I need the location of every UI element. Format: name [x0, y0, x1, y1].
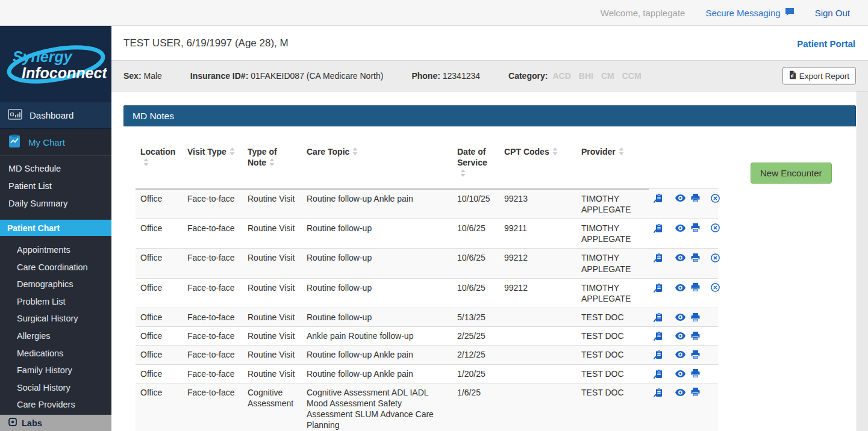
- cell-location: Office: [136, 327, 183, 346]
- cell-visit-type: Face-to-face: [183, 308, 243, 327]
- column-header-care-topic[interactable]: Care Topic: [302, 126, 452, 189]
- print-note-icon[interactable]: [691, 223, 700, 232]
- column-header-visit-type[interactable]: Visit Type: [183, 126, 243, 189]
- svg-text:Synergy: Synergy: [13, 48, 73, 65]
- sidebar-item-my-chart[interactable]: My Chart: [0, 129, 111, 156]
- export-report-button[interactable]: Export Report: [782, 67, 856, 85]
- sidebar-item-md-schedule[interactable]: MD Schedule: [0, 160, 111, 178]
- right-scroll-gutter[interactable]: [857, 91, 868, 431]
- dashboard-icon: [8, 109, 22, 122]
- cell-location: Office: [136, 249, 183, 278]
- sidebar-item-labs[interactable]: Labs: [0, 415, 111, 431]
- cell-date-of-service: 1/6/25: [452, 383, 499, 431]
- view-note-icon[interactable]: [675, 351, 685, 358]
- sign-out-link[interactable]: Sign Out: [815, 8, 850, 18]
- table-row: Office Face-to-face Routine Visit Routin…: [136, 189, 718, 219]
- print-note-icon[interactable]: [691, 253, 700, 262]
- cell-care-topic: Routine follow-up Ankle pain: [302, 189, 452, 219]
- void-note-icon[interactable]: [711, 223, 720, 232]
- table-row: Office Face-to-face Routine Visit Routin…: [136, 219, 718, 248]
- sidebar-subitem-demographics[interactable]: Demographics: [0, 276, 111, 293]
- print-note-icon[interactable]: [691, 369, 700, 378]
- new-encounter-button[interactable]: New Encounter: [751, 163, 832, 184]
- cell-type-of-note: Cognitive Assessment: [243, 383, 302, 431]
- view-note-icon[interactable]: [675, 389, 685, 396]
- sidebar-item-patient-chart[interactable]: Patient Chart: [0, 220, 111, 236]
- sidebar-subitem-social-history[interactable]: Social History: [0, 379, 111, 397]
- sort-icon[interactable]: [269, 158, 275, 169]
- sort-icon[interactable]: [143, 158, 149, 169]
- column-header-location[interactable]: Location: [136, 126, 183, 189]
- cell-date-of-service: 10/6/25: [452, 278, 499, 308]
- void-note-icon[interactable]: [711, 283, 720, 292]
- print-note-icon[interactable]: [691, 388, 700, 397]
- md-notes-table-head: LocationVisit TypeType of NoteCare Topic…: [136, 126, 718, 189]
- sidebar-subitem-surgical-history[interactable]: Surgical History: [0, 310, 111, 327]
- sign-note-icon[interactable]: [654, 388, 663, 397]
- sign-note-icon[interactable]: [654, 350, 663, 359]
- sort-icon[interactable]: [229, 147, 235, 158]
- view-note-icon[interactable]: [675, 225, 685, 232]
- print-note-icon[interactable]: [691, 283, 700, 292]
- sidebar-subitem-care-providers[interactable]: Care Providers: [0, 396, 111, 414]
- category-badge-acd: ACD: [552, 71, 570, 81]
- sign-note-icon[interactable]: [654, 283, 663, 293]
- sidebar-item-daily-summary[interactable]: Daily Summary: [0, 195, 111, 212]
- sidebar-nav-list: MD SchedulePatient ListDaily Summary: [0, 156, 111, 216]
- insurance-value: 01FAKEID087 (CA Medicare North): [251, 71, 383, 81]
- sidebar-subitem-medications[interactable]: Medications: [0, 345, 111, 362]
- sort-icon[interactable]: [619, 147, 624, 158]
- cell-care-topic: Routine follow-up: [302, 278, 452, 308]
- cell-cpt-codes: [499, 308, 576, 327]
- sign-note-icon[interactable]: [654, 193, 663, 203]
- secure-messaging-link[interactable]: Secure Messaging: [705, 7, 794, 18]
- sidebar-subitem-appointments[interactable]: Appointments: [0, 241, 111, 259]
- view-note-icon[interactable]: [675, 254, 685, 261]
- sidebar-subitem-family-history[interactable]: Family History: [0, 362, 111, 379]
- print-note-icon[interactable]: [691, 332, 700, 341]
- patient-portal-link[interactable]: Patient Portal: [797, 38, 855, 48]
- cell-cpt-codes: 99213: [499, 189, 576, 219]
- cell-cpt-codes: 99212: [499, 278, 576, 308]
- cell-date-of-service: 10/6/25: [452, 219, 499, 248]
- sidebar-item-dashboard[interactable]: Dashboard: [0, 102, 111, 129]
- sidebar-subitem-allergies[interactable]: Allergies: [0, 327, 111, 345]
- app-logo[interactable]: Synergy Infoconnect: [0, 26, 111, 102]
- column-header-type-of-note[interactable]: Type of Note: [243, 126, 302, 189]
- sign-note-icon[interactable]: [654, 369, 663, 379]
- view-note-icon[interactable]: [675, 314, 685, 321]
- view-note-icon[interactable]: [675, 332, 685, 340]
- sign-note-icon[interactable]: [654, 253, 663, 262]
- header-row: LocationVisit TypeType of NoteCare Topic…: [136, 126, 718, 189]
- print-note-icon[interactable]: [691, 194, 700, 203]
- sort-icon[interactable]: [552, 147, 558, 158]
- sidebar-subitem-problem-list[interactable]: Problem List: [0, 293, 111, 311]
- sort-icon[interactable]: [352, 147, 358, 158]
- cell-visit-type: Face-to-face: [183, 364, 243, 383]
- cell-type-of-note: Routine Visit: [243, 278, 302, 308]
- sign-note-icon[interactable]: [654, 223, 663, 233]
- sidebar-subitem-care-coordination[interactable]: Care Coordination: [0, 259, 111, 276]
- sign-note-icon[interactable]: [654, 331, 663, 341]
- column-header-date-of-service[interactable]: Date of Service: [452, 126, 499, 189]
- table-row: Office Face-to-face Routine Visit Routin…: [136, 249, 718, 278]
- cell-date-of-service: 2/12/25: [452, 346, 499, 364]
- column-header-provider[interactable]: Provider: [576, 126, 649, 189]
- patient-title: TEST USER, 6/19/1997 (Age 28), M: [123, 37, 289, 49]
- void-note-icon[interactable]: [711, 194, 720, 203]
- view-note-icon[interactable]: [675, 194, 685, 202]
- print-note-icon[interactable]: [691, 350, 700, 359]
- table-row: Office Face-to-face Cognitive Assessment…: [136, 383, 718, 431]
- sort-icon[interactable]: [460, 169, 466, 179]
- void-note-icon[interactable]: [711, 253, 720, 262]
- view-note-icon[interactable]: [675, 284, 685, 291]
- column-header-cpt-codes[interactable]: CPT Codes: [499, 126, 576, 189]
- sex-field: Sex: Male: [123, 71, 162, 81]
- sign-note-icon[interactable]: [654, 312, 663, 322]
- sidebar-item-patient-list[interactable]: Patient List: [0, 178, 111, 195]
- cell-type-of-note: Routine Visit: [243, 327, 302, 346]
- view-note-icon[interactable]: [675, 370, 685, 377]
- md-notes-title: MD Notes: [133, 111, 174, 122]
- print-note-icon[interactable]: [691, 313, 700, 322]
- cell-care-topic: Routine follow-up: [302, 249, 452, 278]
